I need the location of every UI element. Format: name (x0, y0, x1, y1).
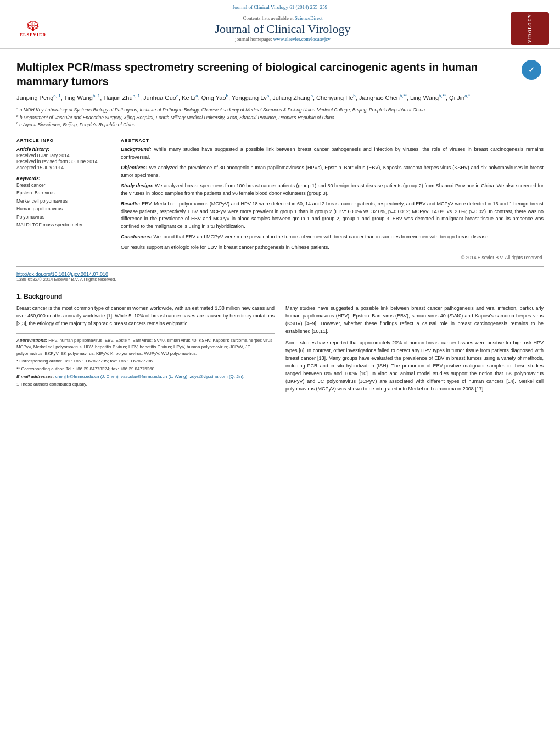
abstract-final: Our results support an etiologic role fo… (121, 244, 544, 252)
keyword-3: Merkel cell polyomavirus (16, 197, 110, 205)
keyword-6: MALDI-TOF mass spectrometry (16, 221, 110, 228)
abbreviations-text: HPV, human papillomavirus; EBV, Epstein–… (16, 338, 273, 356)
abbreviations-label: Abbreviations: (16, 338, 47, 343)
accepted-date: Accepted 15 July 2014 (16, 165, 64, 170)
svg-text:✓: ✓ (528, 65, 535, 74)
equal-contrib: 1 These authors contributed equally. (16, 381, 275, 388)
journal-citation: Journal of Clinical Virology 61 (2014) 2… (233, 4, 327, 10)
journal-header: Journal of Clinical Virology 61 (2014) 2… (0, 0, 560, 49)
corresponding2: ** Corresponding author. Tel.: +86 29 84… (16, 366, 275, 372)
section1-heading: 1. Background (16, 293, 544, 300)
crossmark-icon: ✓ (522, 60, 541, 80)
abstract-text: Background: While many studies have sugg… (121, 146, 544, 252)
abstract-objectives: Objectives: We analyzed the prevalence o… (121, 164, 544, 180)
affiliation-a: a a MOH Key Laboratory of Systems Biolog… (16, 106, 544, 114)
keywords-block: Keywords: Breast cancer Epstein–Barr vir… (16, 176, 110, 229)
doi-section: http://dx.doi.org/10.1016/j.jcv.2014.07.… (16, 266, 544, 282)
footnotes-section: Abbreviations: HPV, human papillomavirus… (16, 333, 275, 388)
article-title-section: Multiplex PCR/mass spectrometry screenin… (16, 60, 544, 88)
journal-center: Contents lists available at ScienceDirec… (55, 15, 511, 42)
keyword-4: Human papillomavirus (16, 205, 110, 213)
abstract-background: Background: While many studies have sugg… (121, 146, 544, 161)
body-text-left: Breast cancer is the most common type of… (16, 305, 275, 328)
journal-top-bar: Journal of Clinical Virology 61 (2014) 2… (11, 4, 549, 10)
sciencedirect-link: Contents lists available at ScienceDirec… (55, 15, 511, 21)
body-text-right: Many studies have suggested a possible l… (285, 305, 544, 393)
abstract-results: Results: EBV, Merkel cell polyomavirus (… (121, 200, 544, 231)
license-text: 1386-6532/© 2014 Elsevier B.V. All right… (16, 277, 544, 282)
objectives-text: We analyzed the prevalence of 30 oncogen… (121, 165, 544, 178)
study-text: We analyzed breast specimens from 100 br… (121, 183, 544, 196)
affiliations: a a MOH Key Laboratory of Systems Biolog… (16, 106, 544, 129)
study-label: Study design: (121, 183, 154, 188)
article-history: Article history: Received 8 January 2014… (16, 146, 110, 170)
body-col-left: Breast cancer is the most common type of… (16, 305, 275, 397)
article-info-column: ARTICLE INFO Article history: Received 8… (16, 138, 110, 260)
keyword-2: Epstein–Barr virus (16, 189, 110, 197)
affiliation-b: b b Department of Vascular and Endocrine… (16, 114, 544, 121)
elsevier-text: ELSEVIER (20, 32, 46, 37)
conclusions-text: We found that EBV and MCPyV were more pr… (154, 234, 490, 239)
background-text: While many studies have suggested a poss… (121, 147, 544, 160)
emails: E-mail addresses: chenjih@fmmu.edu.cn (J… (16, 373, 275, 380)
keyword-1: Breast cancer (16, 181, 110, 189)
background-label: Background: (121, 147, 152, 152)
authors: Junping Penga, 1, Ting Wangb, 1, Haijun … (16, 93, 544, 103)
body-para2: Many studies have suggested a possible l… (285, 305, 544, 336)
objectives-label: Objectives: (121, 165, 148, 170)
journal-title-header: Journal of Clinical Virology (55, 22, 511, 36)
revised-date: Received in revised form 30 June 2014 (16, 159, 97, 164)
abstract-section-label: ABSTRACT (121, 138, 544, 143)
virology-logo: VIROLOGY (511, 12, 549, 45)
doi-link[interactable]: http://dx.doi.org/10.1016/j.jcv.2014.07.… (16, 271, 544, 277)
results-text: EBV, Merkel cell polyomavirus (MCPyV) an… (121, 201, 544, 230)
corresponding1: * Corresponding author. Tel.: +86 10 678… (16, 358, 275, 365)
divider-1 (16, 133, 544, 133)
abstract-conclusions: Conclusions: We found that EBV and MCPyV… (121, 233, 544, 241)
body-col-right: Many studies have suggested a possible l… (285, 305, 544, 397)
sciencedirect-anchor[interactable]: ScienceDirect (295, 15, 322, 21)
article-title: Multiplex PCR/mass spectrometry screenin… (16, 60, 516, 88)
page: Journal of Clinical Virology 61 (2014) 2… (0, 0, 560, 742)
elsevier-tree-icon (25, 20, 41, 31)
main-body: 1. Background Breast cancer is the most … (0, 287, 560, 408)
keyword-5: Polyomavirus (16, 213, 110, 221)
body-para1: Breast cancer is the most common type of… (16, 305, 275, 328)
article-info-label: ARTICLE INFO (16, 138, 110, 143)
history-label: Article history: (16, 147, 49, 152)
abstract-column: ABSTRACT Background: While many studies … (121, 138, 544, 260)
abbreviations: Abbreviations: HPV, human papillomavirus… (16, 337, 275, 357)
body-para3: Some studies have reported that approxim… (285, 339, 544, 393)
results-label: Results: (121, 201, 141, 207)
crossmark-logo: ✓ (522, 60, 544, 82)
article-info-abstract: ARTICLE INFO Article history: Received 8… (16, 138, 544, 260)
keywords-label: Keywords: (16, 176, 110, 181)
journal-logos-row: ELSEVIER Contents lists available at Sci… (11, 12, 549, 45)
body-two-col: Breast cancer is the most common type of… (16, 305, 544, 397)
journal-homepage: journal homepage: www.elsevier.com/locat… (55, 36, 511, 42)
email-addresses: chenjih@fmmu.edu.cn (J. Chen), vascular@… (55, 374, 245, 379)
email-label: E-mail addresses: (16, 374, 54, 379)
homepage-link[interactable]: www.elsevier.com/locate/jcv (273, 36, 331, 42)
abstract-study: Study design: We analyzed breast specime… (121, 182, 544, 198)
received-date: Received 8 January 2014 (16, 153, 69, 158)
elsevier-logo: ELSEVIER (11, 19, 55, 38)
article-content: Multiplex PCR/mass spectrometry screenin… (0, 49, 560, 287)
affiliation-c: c c Agena Bioscience, Beijing, People's … (16, 121, 544, 129)
copyright-line: © 2014 Elsevier B.V. All rights reserved… (121, 255, 544, 260)
conclusions-label: Conclusions: (121, 234, 152, 239)
